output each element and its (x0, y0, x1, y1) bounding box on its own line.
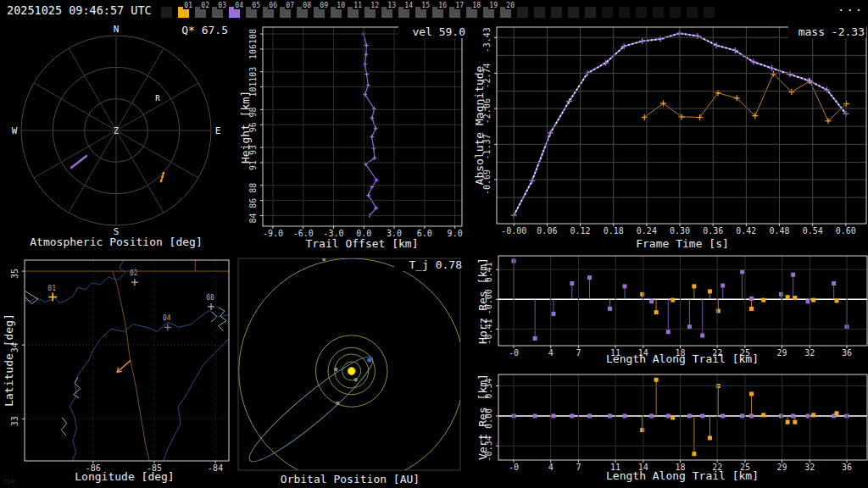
camera-square-12[interactable]: 12 (364, 7, 376, 18)
camera-square-number: 14 (403, 2, 414, 9)
cardinal-east: E (215, 125, 221, 136)
panel-horz-res-point-purple (570, 281, 574, 286)
camera-square-number: 16 (437, 2, 448, 9)
camera-square-18[interactable]: 18 (466, 7, 477, 18)
horz-res-ylabel: Horz Res [km] (477, 258, 489, 344)
panel-vert-res-point-orange (761, 413, 765, 417)
panel-vert-res-point-purple (740, 413, 744, 418)
height-ylabel: Height [km] (240, 91, 252, 164)
radiant-marker: R (155, 94, 160, 103)
camera-square-blank-30[interactable] (670, 7, 681, 18)
camera-square-number: 08 (302, 2, 312, 9)
camera-square-blank-27[interactable] (619, 7, 630, 18)
camera-square-blank-0[interactable] (161, 7, 172, 18)
panel-vert-res-point-orange (834, 411, 838, 415)
tick-label: 0.24 (637, 226, 657, 236)
tick-label: 0.30 (670, 226, 690, 236)
tick-label: 33 (10, 416, 19, 426)
meteor-trail-purple (71, 156, 86, 168)
polar-spoke (116, 48, 164, 130)
camera-square-02[interactable]: 02 (195, 7, 206, 18)
camera-square-09[interactable]: 09 (314, 7, 325, 18)
camera-square-08[interactable]: 08 (297, 7, 308, 18)
camera-square-17[interactable]: 17 (449, 7, 460, 18)
tick-label: -0 (509, 348, 519, 358)
panel-horz-res-point-purple (700, 334, 704, 338)
panel-horz-res-point-purple (779, 292, 783, 297)
panel-horz-res-point-purple (533, 336, 537, 341)
camera-square-15[interactable]: 15 (415, 7, 426, 18)
longitude-xlabel: Longitude [deg] (75, 471, 174, 483)
ridge-line (61, 418, 66, 436)
zenith-label: Z (114, 126, 119, 136)
panel-horz-res-point-purple (687, 324, 692, 329)
camera-square-01[interactable]: 01 (178, 7, 189, 18)
tick-label: 0.60 (836, 226, 856, 236)
camera-square-07[interactable]: 07 (280, 7, 291, 18)
polar-spoke (69, 48, 116, 130)
cardinal-west: W (12, 125, 18, 136)
camera-square-20[interactable]: 20 (500, 7, 511, 18)
camera-square-blank-29[interactable] (653, 7, 664, 18)
panel-vert-res-point-purple (623, 413, 627, 418)
absolute-magnitude-ylabel: Absolute Magnitude (474, 66, 486, 186)
camera-square-blank-23[interactable] (551, 7, 562, 18)
polar-spoke (34, 130, 116, 178)
watermark-text: rjw (3, 478, 14, 485)
panel-vert-res-point-orange (793, 420, 797, 424)
camera-square-06[interactable]: 06 (263, 7, 274, 18)
planet-dot-jupiter (322, 258, 326, 261)
panel-horz-res-point-purple (623, 284, 627, 288)
panel-horz-res (498, 258, 867, 340)
trail-offset-axes: -9.0-6.0-3.00.03.06.09.01081061031019896… (248, 27, 463, 238)
camera-square-blank-22[interactable] (534, 7, 545, 18)
q-value-label: Q* 67.5 (153, 25, 230, 36)
camera-square-blank-28[interactable] (636, 7, 647, 18)
camera-square-10[interactable]: 10 (331, 7, 342, 18)
panel-horz-res-point-orange (640, 292, 644, 297)
vert-length-xlabel: Length Along Trail [km] (606, 470, 759, 482)
panel-horz-res-point-orange (834, 299, 838, 303)
tick-label: 0.06 (537, 226, 557, 236)
camera-square-13[interactable]: 13 (381, 7, 392, 18)
camera-square-blank-31[interactable] (687, 7, 698, 18)
camera-square-number: 06 (268, 2, 278, 9)
panel-vert-res-point-purple (666, 413, 670, 418)
orbital-panel-title: Orbital Position [AU] (281, 474, 420, 485)
camera-square-19[interactable]: 19 (483, 7, 494, 18)
camera-square-blank-26[interactable] (602, 7, 613, 18)
panel-vert-res-point-purple (608, 413, 612, 418)
panel-horz-res-point-purple (832, 281, 836, 286)
camera-square-04[interactable]: 04 (229, 7, 240, 18)
camera-square-05[interactable]: 05 (246, 7, 257, 18)
camera-square-blank-25[interactable] (585, 7, 596, 18)
camera-square-14[interactable]: 14 (398, 7, 409, 18)
camera-square-blank-21[interactable] (517, 7, 528, 18)
comet-orbit-ellipse (241, 347, 381, 471)
camera-square-number: 04 (234, 2, 244, 9)
panel-horz-res-point-orange (811, 298, 815, 302)
camera-square-blank-24[interactable] (568, 7, 579, 18)
river-line (70, 310, 229, 461)
vert-res-ylabel: Vert Res [km] (477, 374, 489, 460)
panel-horz-res-point-orange (654, 310, 659, 314)
panel-horz-res-point-purple (649, 299, 654, 303)
tick-label: 9.0 (448, 229, 463, 238)
camera-square-16[interactable]: 16 (432, 7, 443, 18)
panel-horz-res-point-orange (716, 308, 721, 313)
camera-square-11[interactable]: 11 (348, 7, 359, 18)
panel-vert-res-point-purple (570, 413, 574, 418)
panel-orbital-position (238, 258, 465, 484)
tick-label: 29 (777, 348, 787, 358)
panel-horz-res-point-purple (740, 269, 744, 274)
map-axes: -86-85-84353433 (10, 260, 229, 473)
tick-label: 0.42 (736, 226, 756, 236)
overflow-menu-button[interactable]: ... (837, 0, 864, 14)
camera-square-blank-32[interactable] (704, 7, 715, 18)
camera-square-03[interactable]: 03 (212, 7, 223, 18)
river-line (164, 339, 229, 461)
panel-horz-res-point-purple (721, 284, 725, 288)
panel-horz-res-point-purple (587, 275, 592, 280)
tick-label: 0.18 (604, 226, 624, 236)
panel-vert-res-point-purple (551, 413, 555, 418)
